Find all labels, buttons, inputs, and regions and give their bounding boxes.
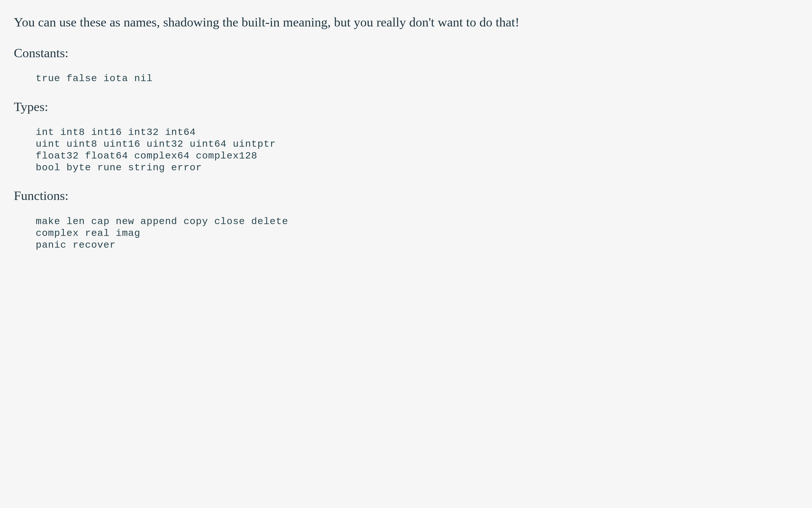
constants-heading: Constants: <box>14 45 798 61</box>
types-code: int int8 int16 int32 int64 uint uint8 ui… <box>14 127 798 187</box>
types-heading: Types: <box>14 98 798 115</box>
intro-paragraph: You can use these as names, shadowing th… <box>14 14 798 31</box>
functions-code: make len cap new append copy close delet… <box>14 216 798 265</box>
functions-section: Functions: make len cap new append copy … <box>14 187 798 265</box>
constants-code: true false iota nil <box>14 73 798 98</box>
constants-section: Constants: true false iota nil <box>14 45 798 98</box>
types-section: Types: int int8 int16 int32 int64 uint u… <box>14 98 798 187</box>
functions-heading: Functions: <box>14 187 798 204</box>
